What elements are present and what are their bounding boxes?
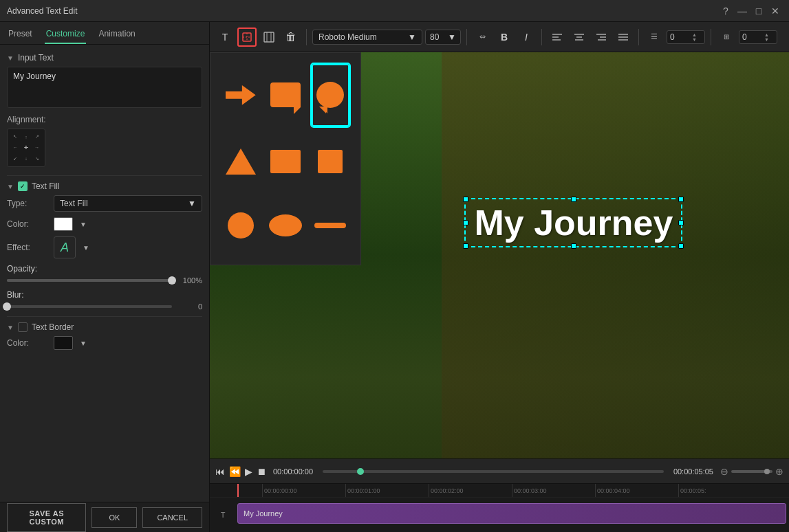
select-tool-button[interactable] <box>237 27 257 47</box>
handle-tc[interactable] <box>571 197 576 202</box>
text-fill-checkbox[interactable]: ✓ <box>18 181 28 191</box>
align-right-button[interactable] <box>592 27 611 47</box>
offset-icon[interactable]: ⊞ <box>717 27 736 47</box>
border-color-swatch[interactable] <box>54 336 73 350</box>
handle-br[interactable] <box>678 243 684 249</box>
color-swatch[interactable] <box>54 217 73 231</box>
border-color-arrow[interactable]: ▼ <box>80 340 87 347</box>
spacing-down[interactable]: ▼ <box>692 37 697 42</box>
opacity-slider[interactable] <box>7 279 172 282</box>
close-button[interactable]: ✕ <box>768 4 782 18</box>
align-bl[interactable]: ↙ <box>10 153 21 164</box>
handle-tr[interactable] <box>678 197 684 202</box>
handle-tl[interactable] <box>463 197 468 202</box>
shape-line-item[interactable] <box>312 197 349 254</box>
play-button[interactable]: ▶ <box>245 466 252 477</box>
zoom-slider[interactable] <box>731 470 772 473</box>
offset-down[interactable]: ▼ <box>764 37 769 42</box>
text-preview-element[interactable]: My Journey <box>464 198 682 247</box>
type-dropdown-arrow: ▼ <box>188 199 196 208</box>
alignment-grid[interactable]: ↖ ↑ ↗ ← ✛ → ↙ ↓ ↘ <box>7 129 45 167</box>
text-tool-button[interactable]: T <box>215 27 235 47</box>
tabs: Preset Customize Animation <box>0 22 209 45</box>
zoom-in-button[interactable]: ⊕ <box>775 466 783 477</box>
shape-circle-item[interactable] <box>221 197 259 254</box>
align-tr[interactable]: ↗ <box>32 132 42 142</box>
input-text-field[interactable]: My Journey <box>7 67 202 108</box>
effect-arrow[interactable]: ▼ <box>83 244 89 252</box>
tab-customize[interactable]: Customize <box>45 26 87 44</box>
timeline-progress[interactable] <box>323 470 664 473</box>
align-mc[interactable]: ✛ <box>21 143 32 153</box>
shape-rectangle-item[interactable] <box>266 133 304 190</box>
save-as-custom-button[interactable]: SAVE AS CUSTOM <box>7 503 86 532</box>
font-dropdown[interactable]: Roboto Medium ▼ <box>312 30 422 45</box>
timeline: ⏮ ⏪ ▶ ⏹ 00:00:00:00 00:00:05:05 ⊖ ⊕ <box>210 458 789 532</box>
minimize-button[interactable]: — <box>735 4 749 18</box>
track-label-text: T <box>213 511 233 519</box>
zoom-out-button[interactable]: ⊖ <box>720 466 728 477</box>
spacing-input[interactable]: ▲ ▼ <box>667 30 705 44</box>
transform-tool-button[interactable] <box>259 27 279 47</box>
align-center-button[interactable] <box>570 27 589 47</box>
spacing-value[interactable] <box>670 32 692 42</box>
ruler-mark-0: 00:00:00:00 <box>262 484 345 497</box>
handle-mr[interactable] <box>678 220 684 225</box>
blur-slider[interactable] <box>7 305 172 308</box>
zoom-thumb[interactable] <box>764 469 770 474</box>
align-br[interactable]: ↘ <box>32 153 42 164</box>
effect-selector[interactable]: A <box>54 236 76 258</box>
shape-speech-bubble-rect-item[interactable] <box>266 64 304 126</box>
delete-tool-button[interactable]: 🗑 <box>281 27 301 47</box>
align-ml[interactable]: ← <box>10 143 21 153</box>
divider-2 <box>7 316 202 317</box>
size-dropdown[interactable]: 80 ▼ <box>425 30 461 45</box>
timeline-scrubber[interactable] <box>357 468 364 475</box>
type-label: Type: <box>7 199 48 208</box>
align-tl[interactable]: ↖ <box>10 132 21 142</box>
bold-button[interactable]: B <box>495 27 514 47</box>
type-dropdown[interactable]: Text Fill ▼ <box>54 195 202 212</box>
handle-bc[interactable] <box>571 243 576 249</box>
handle-bl[interactable] <box>463 243 468 249</box>
font-dropdown-arrow: ▼ <box>408 32 416 42</box>
shape-small-rect-item[interactable] <box>312 133 349 190</box>
shape-speech-bubble-round-item[interactable] <box>312 64 349 126</box>
offset-value[interactable] <box>742 32 764 42</box>
color-dropdown-arrow[interactable]: ▼ <box>80 221 87 228</box>
align-tc[interactable]: ↑ <box>21 132 32 142</box>
text-border-arrow[interactable]: ▼ <box>7 324 14 331</box>
text-border-checkbox-box[interactable] <box>18 322 28 332</box>
rewind-button[interactable]: ⏮ <box>215 466 225 477</box>
svg-rect-3 <box>264 32 274 42</box>
align-bc[interactable]: ↓ <box>21 153 32 164</box>
tab-preset[interactable]: Preset <box>7 26 34 44</box>
timeline-playhead[interactable] <box>237 484 239 497</box>
handle-ml[interactable] <box>463 220 468 225</box>
maximize-button[interactable]: □ <box>752 4 766 18</box>
align-left-button[interactable] <box>548 27 567 47</box>
text-fill-arrow[interactable]: ▼ <box>7 183 14 190</box>
tab-animation[interactable]: Animation <box>97 26 136 44</box>
help-button[interactable]: ? <box>719 4 733 18</box>
step-back-button[interactable]: ⏪ <box>229 466 241 477</box>
ok-button[interactable]: OK <box>91 507 137 528</box>
align-justify-button[interactable] <box>614 27 633 47</box>
track-clip-my-journey[interactable]: My Journey <box>237 503 786 524</box>
shape-arrow-item[interactable] <box>221 64 259 126</box>
shape-triangle-item[interactable] <box>221 133 259 190</box>
toolbar-sep-3 <box>541 29 542 45</box>
stop-button[interactable]: ⏹ <box>257 466 266 477</box>
input-text-arrow[interactable]: ▼ <box>7 54 14 62</box>
shape-oval-item[interactable] <box>266 197 304 254</box>
cancel-button[interactable]: CANCEL <box>142 507 202 528</box>
line-spacing-icon[interactable]: ☰ <box>645 27 664 47</box>
italic-button[interactable]: I <box>517 27 536 47</box>
align-mr[interactable]: → <box>32 143 42 153</box>
offset-up[interactable]: ▲ <box>764 32 769 37</box>
character-spacing-icon[interactable]: ⇔ <box>473 27 492 47</box>
preview-text: My Journey <box>474 203 673 243</box>
spacing-up[interactable]: ▲ <box>692 32 697 37</box>
offset-input[interactable]: ▲ ▼ <box>739 30 777 44</box>
preview-background: My Journey <box>210 52 789 458</box>
